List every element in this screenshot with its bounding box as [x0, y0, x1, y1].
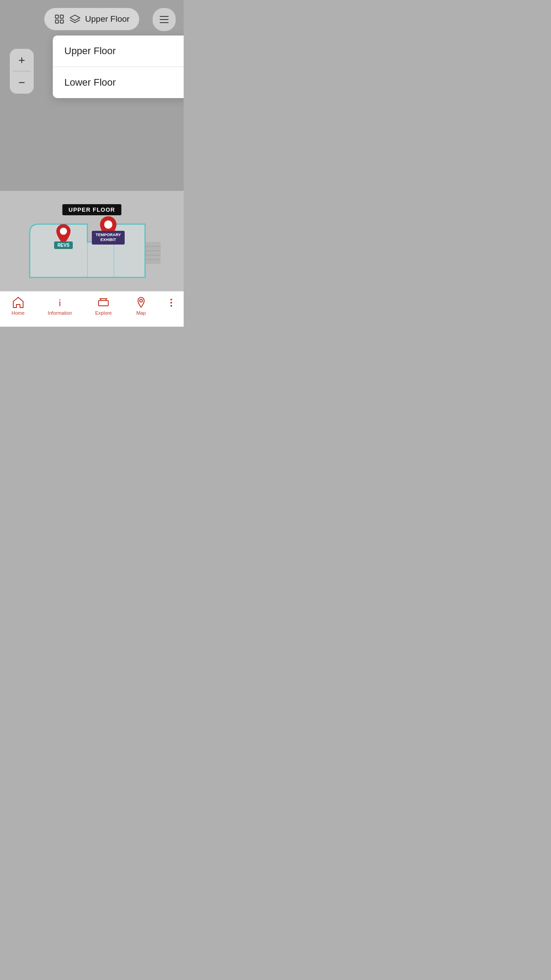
list-icon: [158, 15, 170, 24]
zoom-in-button[interactable]: +: [10, 49, 34, 71]
floor-option-upper[interactable]: Upper Floor: [53, 36, 184, 67]
nav-label-explore: Explore: [95, 310, 112, 316]
floor-dropdown: Upper Floor Lower Floor: [53, 36, 184, 98]
map-area: Upper Floor + − Upper Floor Lower Floor: [0, 0, 184, 191]
svg-rect-3: [60, 20, 63, 23]
explore-icon: [97, 296, 110, 308]
temp-exhibit-pin-label: TEMPORARYEXHIBIT: [92, 231, 124, 245]
floor-plan-svg: [16, 206, 167, 295]
nav-item-information[interactable]: Information: [47, 296, 72, 316]
svg-point-14: [60, 228, 67, 235]
floor-option-lower[interactable]: Lower Floor: [53, 67, 184, 98]
svg-rect-2: [55, 20, 59, 23]
nav-label-map: Map: [136, 310, 146, 316]
bottom-nav: Home Information Explore: [0, 291, 184, 327]
map-icon: [135, 296, 147, 308]
map-content-area: UPPER FLOOR REVS: [0, 191, 184, 302]
nav-item-home[interactable]: Home: [12, 296, 24, 316]
temp-exhibit-pin[interactable]: TEMPORARYEXHIBIT: [99, 215, 118, 241]
bounds-icon: [54, 14, 65, 24]
floor-selector-pill[interactable]: Upper Floor: [44, 8, 139, 30]
svg-point-26: [140, 300, 142, 302]
floor-selector-label: Upper Floor: [85, 14, 130, 24]
svg-rect-22: [98, 300, 108, 306]
nav-item-more[interactable]: [170, 296, 172, 307]
nav-item-explore[interactable]: Explore: [95, 296, 112, 316]
zoom-out-button[interactable]: −: [10, 71, 34, 94]
svg-rect-0: [55, 15, 59, 18]
list-button[interactable]: [153, 8, 176, 31]
zoom-controls: + −: [10, 49, 34, 94]
svg-rect-9: [145, 242, 161, 264]
home-icon: [12, 296, 24, 308]
nav-label-home: Home: [12, 310, 24, 316]
revs-pin-label: REVS: [54, 241, 72, 249]
svg-point-15: [104, 221, 113, 229]
revs-pin[interactable]: REVS: [55, 223, 71, 245]
more-icon: [170, 299, 172, 307]
info-icon: [54, 296, 66, 308]
floor-map: REVS TEMPORARYEXHIBIT: [16, 206, 167, 295]
layers-icon: [69, 13, 81, 25]
svg-rect-1: [60, 15, 63, 18]
nav-item-map[interactable]: Map: [135, 296, 147, 316]
nav-label-information: Information: [47, 310, 72, 316]
